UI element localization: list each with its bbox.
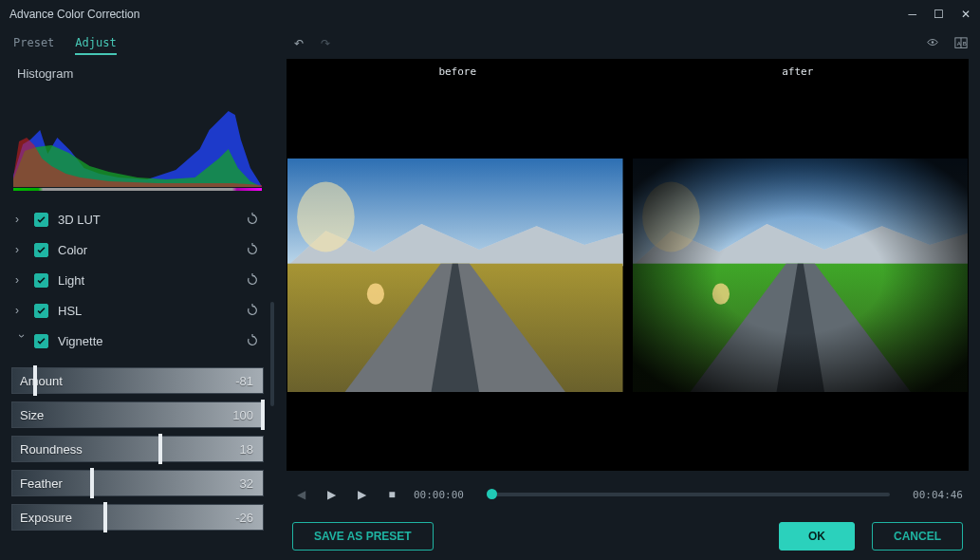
cancel-button[interactable]: CANCEL <box>872 522 963 551</box>
save-preset-button[interactable]: SAVE AS PRESET <box>292 522 434 551</box>
vignette-sliders: Amount -81 Size 100 Roundness 18 Feather… <box>0 365 275 531</box>
time-total: 00:04:46 <box>913 489 963 501</box>
slider-label: Feather <box>20 476 63 491</box>
close-icon[interactable]: ✕ <box>961 8 971 21</box>
window-title: Advance Color Correction <box>9 8 139 21</box>
ok-button[interactable]: OK <box>779 522 855 551</box>
slider-value: 18 <box>240 442 253 457</box>
adjust-label: Light <box>58 273 243 288</box>
titlebar: Advance Color Correction ─ ☐ ✕ <box>0 0 980 28</box>
before-pane <box>287 159 623 392</box>
checkbox-hsl[interactable] <box>34 304 48 318</box>
svg-point-19 <box>642 182 700 252</box>
slider-value: -81 <box>235 374 253 388</box>
timeline-track[interactable] <box>487 493 890 496</box>
chevron-right-icon[interactable]: › <box>15 273 28 287</box>
after-pane <box>633 159 969 392</box>
tab-preset[interactable]: Preset <box>13 36 54 55</box>
maximize-icon[interactable]: ☐ <box>934 8 944 21</box>
svg-point-11 <box>297 182 355 252</box>
slider-label: Exposure <box>20 511 72 525</box>
adjust-row-vignette: › Vignette <box>6 326 269 356</box>
adjust-label: 3D LUT <box>58 213 243 227</box>
slider-handle[interactable] <box>33 365 37 396</box>
play-icon[interactable]: ▶ <box>353 486 370 503</box>
slider-handle[interactable] <box>261 400 265 430</box>
slider-amount[interactable]: Amount -81 <box>11 367 264 394</box>
time-current: 00:00:00 <box>414 489 464 501</box>
slider-exposure[interactable]: Exposure -26 <box>11 504 264 531</box>
slider-label: Size <box>20 408 44 422</box>
adjust-label: HSL <box>58 304 243 318</box>
svg-text:B: B <box>963 40 967 47</box>
stop-icon[interactable]: ■ <box>383 486 400 503</box>
adjust-label: Color <box>58 243 243 257</box>
compare-preview: before after <box>287 59 969 471</box>
slider-roundness[interactable]: Roundness 18 <box>11 436 264 462</box>
histogram-label: Histogram <box>0 61 275 86</box>
playback-bar: ◀ ▶ ▶ ■ 00:00:00 00:04:46 <box>275 476 980 513</box>
slider-label: Amount <box>20 374 63 388</box>
redo-icon: ↷ <box>321 37 330 50</box>
slider-value: 32 <box>240 476 253 491</box>
svg-point-20 <box>712 284 729 305</box>
checkbox-vignette[interactable] <box>34 334 48 348</box>
slider-handle[interactable] <box>103 502 107 532</box>
compare-view-icon[interactable]: AB <box>953 36 969 51</box>
slider-feather[interactable]: Feather 32 <box>11 470 264 496</box>
histogram <box>13 92 262 191</box>
reset-icon[interactable] <box>243 301 262 320</box>
svg-point-12 <box>367 284 384 305</box>
slider-size[interactable]: Size 100 <box>11 401 264 428</box>
before-label: before <box>287 60 628 84</box>
chevron-right-icon[interactable]: › <box>15 243 28 256</box>
left-panel: Preset Adjust Histogram › 3D LUT › Color <box>0 28 275 560</box>
next-frame-icon[interactable]: ▶ <box>323 486 340 503</box>
reset-icon[interactable] <box>243 210 262 229</box>
tab-adjust[interactable]: Adjust <box>75 36 116 55</box>
timeline-knob[interactable] <box>487 489 497 499</box>
window-controls: ─ ☐ ✕ <box>908 8 971 21</box>
minimize-icon[interactable]: ─ <box>908 8 916 21</box>
chevron-right-icon[interactable]: › <box>15 213 28 226</box>
undo-icon[interactable]: ↶ <box>294 37 304 50</box>
reset-icon[interactable] <box>243 331 262 350</box>
checkbox-3dlut[interactable] <box>34 213 48 227</box>
after-label: after <box>628 60 969 84</box>
slider-value: -26 <box>235 511 253 525</box>
adjust-row-hsl: › HSL <box>6 295 269 326</box>
right-panel: ↶ ↷ AB before after <box>275 28 980 560</box>
reset-icon[interactable] <box>243 271 262 289</box>
svg-point-0 <box>932 41 934 43</box>
scrollbar[interactable] <box>270 302 274 406</box>
adjust-row-3dlut: › 3D LUT <box>6 204 269 234</box>
slider-handle[interactable] <box>158 434 162 464</box>
prev-frame-icon: ◀ <box>292 486 309 503</box>
adjust-list: › 3D LUT › Color › Light › HSL <box>0 198 275 365</box>
panel-tabs: Preset Adjust <box>0 32 275 61</box>
adjust-label: Vignette <box>58 334 243 348</box>
checkbox-color[interactable] <box>34 243 48 257</box>
chevron-down-icon[interactable]: › <box>15 334 28 347</box>
slider-value: 100 <box>232 408 253 422</box>
adjust-row-light: › Light <box>6 265 269 295</box>
adjust-row-color: › Color <box>6 234 269 265</box>
chevron-right-icon[interactable]: › <box>15 304 28 317</box>
checkbox-light[interactable] <box>34 273 48 288</box>
bottom-bar: SAVE AS PRESET OK CANCEL <box>275 513 980 560</box>
eye-icon[interactable] <box>925 36 940 51</box>
slider-handle[interactable] <box>90 468 94 498</box>
reset-icon[interactable] <box>243 240 262 259</box>
slider-label: Roundness <box>20 442 83 457</box>
